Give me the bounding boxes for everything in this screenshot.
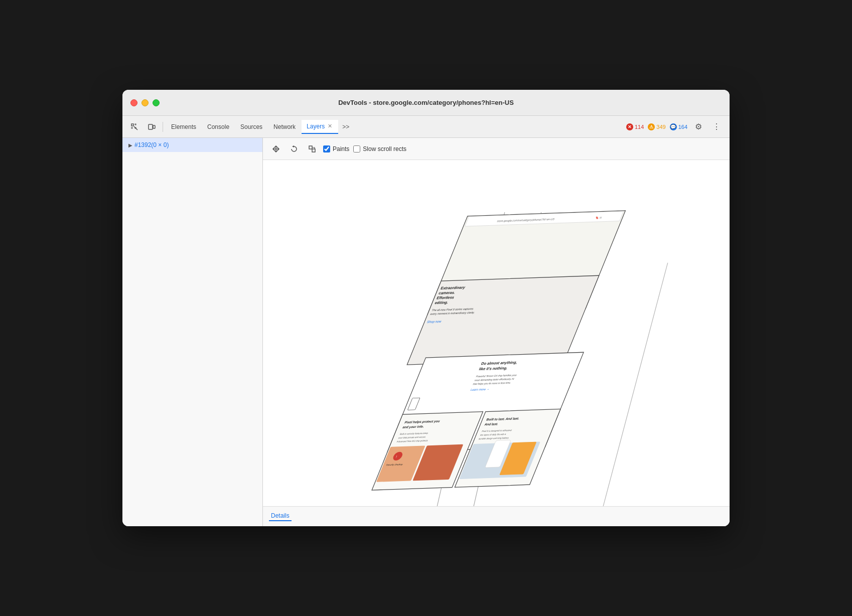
svg-text:editing.: editing. xyxy=(434,300,449,305)
details-tab[interactable]: Details xyxy=(269,512,292,521)
inspect-element-button[interactable] xyxy=(126,120,143,134)
window-title: DevTools - store.google.com/category/pho… xyxy=(338,99,514,106)
minimize-button[interactable] xyxy=(141,99,149,106)
error-icon: ✕ xyxy=(626,123,633,130)
devtools-toolbar: Elements Console Sources Network Layers … xyxy=(122,116,730,138)
main-content: ▶ #1392(0 × 0) xyxy=(122,138,730,526)
info-badge: 💬 164 xyxy=(670,123,687,130)
svg-rect-7 xyxy=(312,149,315,152)
reset-tool-button[interactable] xyxy=(305,142,319,156)
layers-toolbar: Paints Slow scroll rects xyxy=(263,138,730,160)
warning-icon: ⚠ xyxy=(648,123,655,130)
svg-rect-6 xyxy=(309,146,312,149)
slow-scroll-checkbox-label[interactable]: Slow scroll rects xyxy=(353,145,406,152)
maximize-button[interactable] xyxy=(153,99,160,106)
layers-panel: Paints Slow scroll rects xyxy=(263,138,730,526)
svg-line-10 xyxy=(581,263,668,506)
toolbar-right: ✕ 114 ⚠ 349 💬 164 ⚙ ⋮ xyxy=(626,120,724,134)
warning-badge: ⚠ 349 xyxy=(648,123,665,130)
svg-text:cameras.: cameras. xyxy=(438,290,456,295)
svg-rect-5 xyxy=(153,125,155,128)
layers-3d-view: store.google.com/us/category/phones?hl=e… xyxy=(263,160,730,506)
slow-scroll-checkbox[interactable] xyxy=(353,145,360,152)
svg-rect-1 xyxy=(131,127,132,128)
traffic-lights xyxy=(130,99,160,106)
error-badge: ✕ 114 xyxy=(626,123,644,130)
paints-checkbox[interactable] xyxy=(323,145,330,152)
paints-checkbox-label[interactable]: Paints xyxy=(323,145,349,152)
layers-sidebar: ▶ #1392(0 × 0) xyxy=(122,138,263,526)
tab-layers-close[interactable]: ✕ xyxy=(327,122,333,130)
titlebar: DevTools - store.google.com/category/pho… xyxy=(122,90,730,116)
more-tabs-button[interactable]: >> xyxy=(339,121,352,132)
svg-rect-0 xyxy=(131,124,133,126)
more-menu-button[interactable]: ⋮ xyxy=(709,120,724,134)
tab-layers[interactable]: Layers ✕ xyxy=(302,120,338,134)
svg-rect-2 xyxy=(135,124,136,125)
layers-viewport[interactable]: store.google.com/us/category/phones?hl=e… xyxy=(263,160,730,506)
pan-tool-button[interactable] xyxy=(269,142,283,156)
sidebar-item-root[interactable]: ▶ #1392(0 × 0) xyxy=(122,138,262,152)
svg-text:Learn more →: Learn more → xyxy=(470,387,490,391)
bottom-bar: Details xyxy=(263,506,730,526)
svg-text:Effortless: Effortless xyxy=(436,295,456,300)
svg-rect-4 xyxy=(149,124,153,129)
rotate-tool-button[interactable] xyxy=(287,142,301,156)
tab-sources[interactable]: Sources xyxy=(235,120,267,134)
tab-network[interactable]: Network xyxy=(268,120,301,134)
settings-button[interactable]: ⚙ xyxy=(691,120,705,134)
tab-console[interactable]: Console xyxy=(202,120,234,134)
svg-text:And last.: And last. xyxy=(484,422,499,426)
devtools-window: DevTools - store.google.com/category/pho… xyxy=(122,90,730,526)
toolbar-separator-1 xyxy=(163,122,163,132)
tab-elements[interactable]: Elements xyxy=(166,120,201,134)
device-toggle-button[interactable] xyxy=(144,120,160,134)
info-icon: 💬 xyxy=(670,123,677,130)
close-button[interactable] xyxy=(130,99,137,106)
svg-text:Extraordinary: Extraordinary xyxy=(440,285,467,290)
